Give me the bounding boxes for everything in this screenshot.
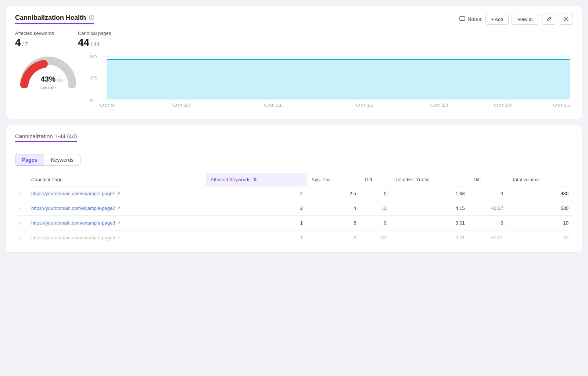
- cannibal-page-cell: https://yourdomain.com/example-page3↗: [27, 216, 206, 230]
- card-title-text: Cannibalization Health: [15, 14, 86, 22]
- svg-text:Oct 12: Oct 12: [355, 103, 374, 107]
- row-expand-btn[interactable]: ›: [15, 230, 27, 245]
- edit-icon-button[interactable]: [542, 14, 556, 25]
- cannibal-page-cell: https://yourdomain.com/example-page1↗: [27, 186, 206, 201]
- settings-icon-button[interactable]: [559, 14, 573, 25]
- section-title: Cannibalization 1-44 (44): [15, 133, 77, 142]
- table-row: ›https://yourdomain.com/example-page1↗22…: [15, 186, 573, 201]
- volume-cell: 530: [508, 201, 573, 216]
- svg-text:Oct 13: Oct 13: [430, 103, 449, 107]
- sort-icon: ⇅: [253, 177, 257, 182]
- gauge-section: 43% 0% low rate: [15, 51, 81, 90]
- total-volume-col-header: Total volume: [508, 173, 573, 186]
- diff-cell: 0: [361, 216, 391, 230]
- section-header: Cannibalization 1-44 (44): [15, 133, 573, 148]
- avg-pos-cell: 4: [307, 201, 361, 216]
- gear-icon: [563, 16, 569, 22]
- header-actions: Notes: + Add View all: [459, 14, 573, 25]
- svg-text:0: 0: [90, 99, 93, 103]
- affected-keywords-value: 4 / 7: [15, 37, 54, 49]
- keywords-cell: 1: [206, 216, 307, 230]
- svg-text:43%: 43%: [41, 75, 55, 83]
- info-icon[interactable]: ⓘ: [89, 15, 94, 21]
- cannibal-pages-value: 44 / 44: [78, 37, 111, 49]
- svg-text:50: 50: [90, 54, 97, 59]
- cannibal-page-cell: https://yourdomain.com/example-page2↗: [27, 201, 206, 216]
- cannibalization-card: Cannibalization 1-44 (44) Pages Keywords…: [6, 125, 582, 253]
- diff-col-header: Diff: [361, 173, 391, 186]
- traffic-diff-cell: +0.27: [469, 201, 508, 216]
- svg-text:Oct 10: Oct 10: [172, 103, 191, 107]
- gauge-chart: 43% 0%: [17, 51, 79, 85]
- traffic-diff-cell: 0: [469, 186, 508, 201]
- page-link[interactable]: https://yourdomain.com/example-page4↗: [31, 235, 202, 240]
- view-all-button[interactable]: View all: [512, 14, 539, 25]
- svg-text:Oct 14: Oct 14: [494, 103, 512, 107]
- table-row: ›https://yourdomain.com/example-page4↗18…: [15, 230, 573, 245]
- total-traffic-col-header: Total Est. Traffic: [391, 173, 469, 186]
- traffic-diff-col-header: Diff: [469, 173, 508, 186]
- gauge-svg: 43% 0%: [17, 51, 79, 88]
- external-link-icon: ↗: [117, 235, 120, 240]
- traffic-diff-cell: +0.01: [469, 230, 508, 245]
- avg-pos-col-header: Avg. Pos.: [307, 173, 361, 186]
- external-link-icon: ↗: [117, 191, 120, 196]
- table-header-row: Cannibal Page Affected Keywords ⇅ Avg. P…: [15, 173, 573, 186]
- health-card: Cannibalization Health ⓘ Notes: + Add Vi…: [6, 6, 582, 119]
- external-link-icon: ↗: [117, 206, 120, 211]
- diff-cell: ↓3: [361, 201, 391, 216]
- keywords-cell: 2: [206, 186, 307, 201]
- diff-cell: 0: [361, 186, 391, 201]
- notes-chat-icon: [459, 16, 465, 22]
- traffic-cell: 0.01: [391, 230, 469, 245]
- chart-section: 50 25 0 Oct 9 Oct 10 Oct 11 Oct 12 Oct 1…: [90, 51, 573, 111]
- area-chart-svg: 50 25 0 Oct 9 Oct 10 Oct 11 Oct 12 Oct 1…: [90, 51, 573, 110]
- affected-keywords-col-header[interactable]: Affected Keywords ⇅: [206, 173, 307, 186]
- volume-cell: 430: [508, 186, 573, 201]
- svg-text:0%: 0%: [57, 78, 63, 82]
- volume-cell: 10: [508, 230, 573, 245]
- expand-col-header: [15, 173, 27, 186]
- traffic-cell: 1.68: [391, 186, 469, 201]
- row-expand-btn[interactable]: ›: [15, 201, 27, 216]
- svg-text:25: 25: [90, 76, 97, 80]
- svg-point-1: [565, 18, 567, 20]
- avg-pos-cell: 6: [307, 216, 361, 230]
- section-range: 1-44 (44): [54, 133, 77, 139]
- tab-bar: Pages Keywords: [15, 154, 573, 166]
- cannibal-page-col-header: Cannibal Page: [27, 173, 206, 186]
- svg-text:Oct 9: Oct 9: [100, 103, 114, 107]
- metrics-row: 43% 0% low rate 50 25 0: [15, 51, 573, 111]
- traffic-cell: 0.01: [391, 216, 469, 230]
- row-expand-btn[interactable]: ›: [15, 186, 27, 201]
- keywords-cell: 1: [206, 230, 307, 245]
- traffic-diff-cell: 0: [469, 216, 508, 230]
- keywords-cell: 2: [206, 201, 307, 216]
- page-link[interactable]: https://yourdomain.com/example-page1↗: [31, 191, 202, 196]
- volume-cell: 10: [508, 216, 573, 230]
- page-link[interactable]: https://yourdomain.com/example-page3↗: [31, 220, 202, 226]
- cannibal-pages-stat: Cannibal pages 44 / 44: [78, 31, 123, 49]
- avg-pos-cell: 8: [307, 230, 361, 245]
- svg-marker-10: [107, 60, 570, 99]
- affected-keywords-stat: Affected keywords 4 / 7: [15, 31, 66, 49]
- edit-icon: [546, 16, 552, 22]
- table-row: ›https://yourdomain.com/example-page2↗24…: [15, 201, 573, 216]
- tab-pages[interactable]: Pages: [15, 154, 44, 166]
- tab-keywords[interactable]: Keywords: [44, 154, 80, 166]
- card-title: Cannibalization Health ⓘ: [15, 14, 94, 24]
- row-expand-btn[interactable]: ›: [15, 216, 27, 230]
- card-header: Cannibalization Health ⓘ Notes: + Add Vi…: [15, 14, 573, 25]
- page-link[interactable]: https://yourdomain.com/example-page2↗: [31, 205, 202, 211]
- external-link-icon: ↗: [117, 221, 120, 225]
- svg-text:Oct 15: Oct 15: [553, 103, 571, 107]
- stats-row: Affected keywords 4 / 7 Cannibal pages 4…: [15, 31, 573, 49]
- diff-cell: ↑92: [361, 230, 391, 245]
- svg-text:Oct 11: Oct 11: [264, 103, 282, 107]
- notes-label: Notes:: [459, 16, 482, 22]
- diff-neg-value: ↓3: [365, 205, 386, 211]
- table-row: ›https://yourdomain.com/example-page3↗16…: [15, 216, 573, 230]
- traffic-cell: 4.15: [391, 201, 469, 216]
- cannibalization-table: Cannibal Page Affected Keywords ⇅ Avg. P…: [15, 173, 573, 245]
- add-note-button[interactable]: + Add: [485, 14, 509, 25]
